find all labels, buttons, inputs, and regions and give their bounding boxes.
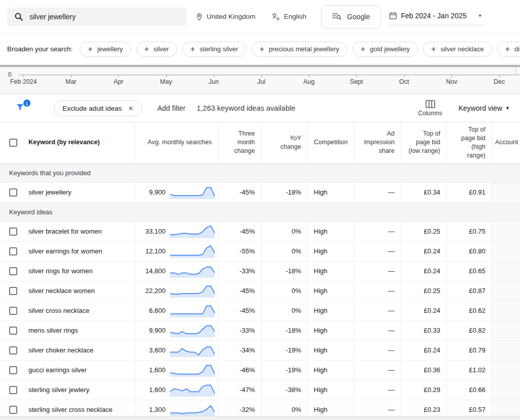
- top-bid-low-cell-text: £0.36: [424, 366, 440, 374]
- avg-monthly-searches-cell-text: 1,600: [149, 366, 166, 374]
- top-bid-low-cell-text: £0.33: [424, 327, 440, 334]
- column-header[interactable]: Account S: [495, 138, 520, 147]
- keyword-cell[interactable]: silver cross necklace: [24, 301, 135, 320]
- row-checkbox[interactable]: [9, 386, 17, 394]
- three-month-change-cell: -47%: [218, 380, 262, 400]
- keyword-cell[interactable]: silver necklace women: [24, 281, 135, 301]
- column-header[interactable]: Keyword (by relevance): [28, 138, 100, 147]
- top-bid-high-cell: £0.80: [447, 242, 492, 261]
- row-checkbox[interactable]: [9, 346, 17, 354]
- keyword-view-selector[interactable]: Keyword view ▼: [459, 104, 510, 112]
- row-checkbox[interactable]: [9, 307, 17, 315]
- column-header[interactable]: YoY change: [268, 134, 301, 151]
- keyword-cell[interactable]: silver bracelet for women: [24, 222, 135, 241]
- keyword-search-box[interactable]: [7, 8, 186, 26]
- columns-button[interactable]: Columns: [418, 100, 442, 117]
- top-bid-low-cell: £0.24: [401, 262, 447, 281]
- competition-cell: High: [308, 262, 354, 281]
- keyword-cell-text: silver bracelet for women: [28, 228, 102, 235]
- search-network-button[interactable]: Google: [321, 5, 380, 28]
- search-list-icon: [332, 13, 342, 20]
- location-selector[interactable]: United Kingdom: [196, 13, 255, 21]
- keyword-cell[interactable]: mens silver rings: [24, 321, 135, 340]
- broaden-chip[interactable]: +jewellery: [80, 42, 131, 57]
- row-checkbox[interactable]: [9, 366, 17, 374]
- table-row: silver choker necklace3,600-34%-19%High—…: [0, 341, 520, 361]
- table-body: Keywords that you providedsilver jewelle…: [0, 164, 520, 420]
- yoy-change-cell-text: -18%: [286, 327, 301, 334]
- filter-count-badge: 1: [23, 100, 30, 107]
- top-bid-high-cell: £0.65: [447, 262, 492, 281]
- column-header[interactable]: Top of page bid (low range): [407, 130, 440, 155]
- column-header[interactable]: Ad impression share: [360, 130, 395, 155]
- row-checkbox-cell: [0, 406, 24, 414]
- keyword-cell[interactable]: silver choker necklace: [24, 341, 135, 360]
- broaden-chip-label: precious metal jewellery: [269, 45, 339, 53]
- header-checkbox-cell: [0, 139, 24, 147]
- table-row: silver necklace women22,200-45%0%High—£0…: [0, 281, 520, 301]
- avg-monthly-searches-cell: 22,200: [135, 281, 218, 301]
- top-bid-high-cell-text: £0.66: [469, 386, 485, 394]
- add-filter-button[interactable]: Add filter: [157, 104, 185, 112]
- row-checkbox[interactable]: [9, 247, 17, 255]
- date-range-selector[interactable]: Feb 2024 - Jan 2025 ▼: [388, 8, 484, 25]
- row-checkbox[interactable]: [9, 327, 17, 335]
- ad-impression-share-cell-text: —: [388, 346, 395, 354]
- row-checkbox-cell: [0, 287, 24, 295]
- account-status-cell: [492, 380, 520, 400]
- broaden-chip[interactable]: +sterling silver: [182, 42, 246, 57]
- row-checkbox[interactable]: [9, 406, 17, 414]
- keyword-cell[interactable]: gucci earrings silver: [24, 361, 135, 380]
- month-label: May: [160, 78, 172, 85]
- broaden-chip[interactable]: +gold jewellery: [352, 42, 418, 57]
- row-checkbox[interactable]: [9, 228, 17, 236]
- filter-bar: 1 Exclude adult ideas ✕ Add filter 1,263…: [0, 94, 520, 122]
- broaden-chip[interactable]: +silver: [136, 42, 177, 57]
- row-checkbox[interactable]: [9, 267, 17, 275]
- yoy-change-cell: 0%: [262, 222, 308, 241]
- section-label: Keyword ideas: [9, 208, 52, 216]
- row-checkbox[interactable]: [9, 188, 17, 197]
- three-month-change-cell-text: -34%: [240, 346, 255, 354]
- broaden-chip[interactable]: +silver necklace: [423, 42, 492, 57]
- row-checkbox[interactable]: [9, 287, 17, 295]
- column-header[interactable]: Avg. monthly searches: [148, 138, 212, 147]
- top-bid-low-cell-text: £0.24: [424, 247, 440, 255]
- top-bar: United Kingdom A English Google Feb 2024…: [0, 0, 520, 34]
- yoy-change-cell-text: -19%: [286, 346, 301, 354]
- select-all-checkbox[interactable]: [9, 139, 17, 147]
- close-icon[interactable]: ✕: [128, 105, 134, 112]
- month-tick: [214, 75, 214, 77]
- competition-cell: High: [308, 183, 354, 202]
- avg-monthly-searches-cell-text: 9,900: [149, 327, 166, 334]
- column-header[interactable]: Top of page bid (high range): [453, 125, 485, 160]
- keyword-cell[interactable]: silver rings for women: [24, 262, 135, 281]
- exclude-adult-ideas-chip[interactable]: Exclude adult ideas ✕: [54, 100, 142, 116]
- trend-sparkline: [170, 264, 215, 278]
- keyword-cell[interactable]: sterling silver jewlery: [24, 380, 135, 400]
- keyword-cell-text: silver earrings for women: [28, 247, 102, 255]
- chart-right-edge: [515, 67, 516, 75]
- broaden-chip[interactable]: +precious metal jewellery: [251, 42, 347, 57]
- three-month-change-cell-text: -45%: [240, 287, 255, 295]
- keyword-cell[interactable]: silver jewellery: [24, 183, 135, 202]
- plus-icon: +: [144, 45, 149, 53]
- yoy-change-cell-text: 0%: [291, 228, 301, 235]
- language-selector[interactable]: A English: [272, 13, 306, 21]
- avg-monthly-searches-cell: 9,900: [135, 183, 218, 202]
- row-checkbox-cell: [0, 307, 24, 315]
- search-input[interactable]: [29, 13, 179, 21]
- broaden-chips: +jewellery+silver+sterling silver+precio…: [80, 42, 520, 57]
- column-header[interactable]: Three month change: [224, 130, 255, 155]
- broaden-chip[interactable]: +diamond jewellery: [497, 42, 520, 57]
- top-bid-high-cell-text: £0.82: [469, 327, 485, 334]
- keyword-cell[interactable]: silver earrings for women: [24, 242, 135, 261]
- top-bid-high-cell-text: £0.80: [469, 247, 485, 255]
- three-month-change-cell: -33%: [218, 321, 262, 340]
- column-header[interactable]: Competition: [314, 138, 348, 147]
- three-month-change-cell-text: -47%: [240, 386, 255, 394]
- month-tick: [118, 75, 119, 77]
- competition-cell-text: High: [314, 247, 328, 255]
- avg-monthly-searches-cell-text: 1,600: [149, 386, 166, 394]
- filter-funnel-button[interactable]: 1: [15, 102, 28, 115]
